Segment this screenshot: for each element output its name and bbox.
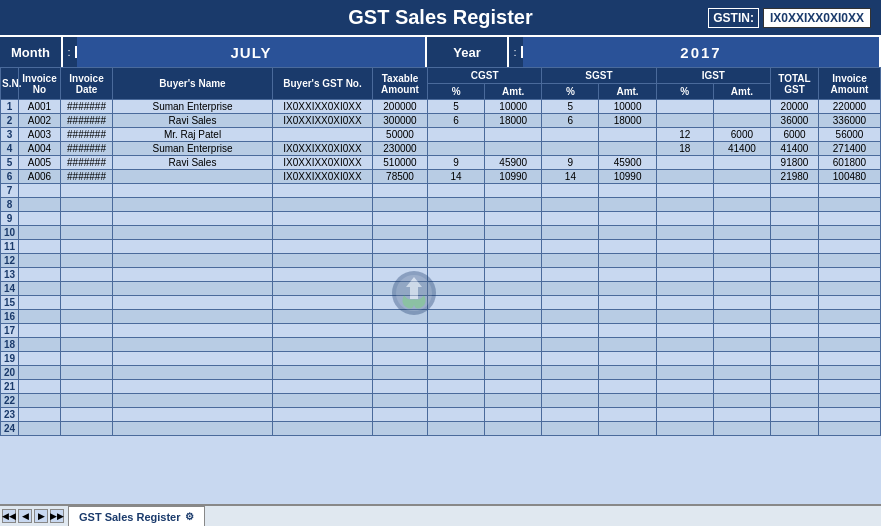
- col-header-cgst: CGST: [428, 68, 542, 84]
- tab-bar: ◀◀ ◀ ▶ ▶▶ GST Sales Register ⚙: [0, 504, 881, 526]
- col-header-sgst-pct: %: [542, 84, 599, 100]
- gstin-value: IX0XXIXX0XI0XX: [763, 8, 871, 28]
- table-row: 10: [1, 226, 881, 240]
- table-row: 22: [1, 394, 881, 408]
- col-header-cgst-pct: %: [428, 84, 485, 100]
- tab-nav-first[interactable]: ◀◀: [2, 509, 16, 523]
- table-row: 5A005#######Ravi SalesIX0XXIXX0XI0XX5100…: [1, 156, 881, 170]
- tab-nav-prev[interactable]: ◀: [18, 509, 32, 523]
- col-header-cgst-amt: Amt.: [485, 84, 542, 100]
- col-header-taxable: Taxable Amount: [373, 68, 428, 100]
- sheet-tab-icon: ⚙: [185, 511, 194, 522]
- col-header-igst-pct: %: [656, 84, 713, 100]
- table-container[interactable]: S.N. Invoice No Invoice Date Buyer's Nam…: [0, 67, 881, 504]
- year-value: 2017: [523, 37, 881, 67]
- page-title: GST Sales Register: [348, 6, 533, 29]
- col-header-buyers-name: Buyer's Name: [113, 68, 273, 100]
- col-header-sgst-amt: Amt.: [599, 84, 656, 100]
- table-row: 14: [1, 282, 881, 296]
- table-row: 8: [1, 198, 881, 212]
- col-header-invoice-amount: Invoice Amount: [819, 68, 881, 100]
- sheet-tab-label: GST Sales Register: [79, 511, 181, 523]
- table-row: 24: [1, 422, 881, 436]
- table-row: 2A002#######Ravi SalesIX0XXIXX0XI0XX3000…: [1, 114, 881, 128]
- col-header-igst-amt: Amt.: [713, 84, 770, 100]
- month-label: Month: [0, 37, 63, 67]
- table-row: 9: [1, 212, 881, 226]
- month-value: JULY: [77, 37, 427, 67]
- table-row: 19: [1, 352, 881, 366]
- year-label: Year: [427, 37, 509, 67]
- col-header-buyers-gst: Buyer's GST No.: [273, 68, 373, 100]
- tab-nav: ◀◀ ◀ ▶ ▶▶: [2, 509, 64, 523]
- table-row: 13: [1, 268, 881, 282]
- table-row: 23: [1, 408, 881, 422]
- table-row: 17: [1, 324, 881, 338]
- col-header-total-gst: TOTAL GST: [771, 68, 819, 100]
- table-row: 21: [1, 380, 881, 394]
- title-bar: GST Sales Register GSTIN: IX0XXIXX0XI0XX: [0, 0, 881, 35]
- table-row: 16: [1, 310, 881, 324]
- gstin-section: GSTIN: IX0XXIXX0XI0XX: [708, 8, 871, 28]
- table-row: 1A001#######Suman EnterpriseIX0XXIXX0XI0…: [1, 100, 881, 114]
- table-row: 15: [1, 296, 881, 310]
- table-row: 4A004#######Suman EnterpriseIX0XXIXX0XI0…: [1, 142, 881, 156]
- table-row: 12: [1, 254, 881, 268]
- table-row: 18: [1, 338, 881, 352]
- table-row: 7: [1, 184, 881, 198]
- table-row: 11: [1, 240, 881, 254]
- col-header-invoice-no: Invoice No: [19, 68, 61, 100]
- col-header-igst: IGST: [656, 68, 770, 84]
- meta-row: Month : JULY Year : 2017: [0, 35, 881, 67]
- col-header-invoice-date: Invoice Date: [61, 68, 113, 100]
- col-header-sno: S.N.: [1, 68, 19, 100]
- meta-sep-2: :: [509, 46, 523, 58]
- sheet-tab[interactable]: GST Sales Register ⚙: [68, 506, 205, 526]
- data-table: S.N. Invoice No Invoice Date Buyer's Nam…: [0, 67, 881, 436]
- table-row: 20: [1, 366, 881, 380]
- col-header-sgst: SGST: [542, 68, 656, 84]
- gstin-label: GSTIN:: [708, 8, 759, 28]
- app-container: GST Sales Register GSTIN: IX0XXIXX0XI0XX…: [0, 0, 881, 526]
- meta-sep-1: :: [63, 46, 77, 58]
- table-row: 3A003#######Mr. Raj Patel500001260006000…: [1, 128, 881, 142]
- tab-nav-next[interactable]: ▶: [34, 509, 48, 523]
- tab-nav-last[interactable]: ▶▶: [50, 509, 64, 523]
- table-row: 6A006#######IX0XXIXX0XI0XX78500141099014…: [1, 170, 881, 184]
